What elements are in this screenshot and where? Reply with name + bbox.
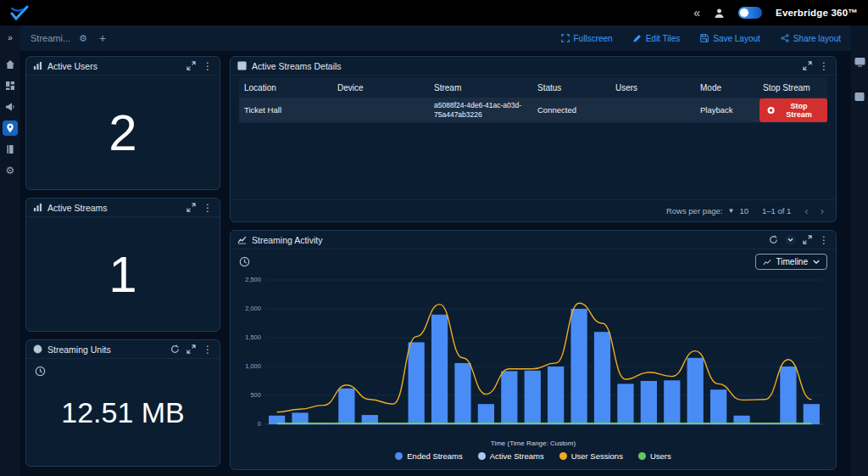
tile-header: Active Streams ⋮ (26, 199, 220, 217)
collapse-icon[interactable]: « (693, 7, 700, 19)
expand-sidebar-icon[interactable]: » (3, 30, 18, 45)
expand-icon[interactable] (803, 235, 812, 244)
table-pagination: Rows per page: ▼ 10 1–1 of 1 ‹ › (231, 199, 836, 221)
bar-chart-icon (33, 203, 42, 212)
sidebar-item-library[interactable] (3, 142, 18, 157)
tile-title: Active Streams (47, 203, 181, 213)
expand-icon[interactable] (803, 61, 812, 70)
legend-label: Users (650, 451, 671, 461)
dashboard-icon (5, 81, 15, 91)
legend-dot (478, 452, 486, 460)
everbridge-logo-icon[interactable] (10, 5, 29, 20)
theme-toggle[interactable] (738, 7, 762, 19)
timeline-select[interactable]: Timeline (755, 254, 827, 270)
rows-per-page-value: 10 (739, 206, 748, 216)
col-status: Status (532, 83, 610, 92)
svg-text:1,500: 1,500 (245, 333, 261, 341)
cell-mode: Playback (695, 105, 758, 115)
clock-icon (33, 344, 42, 354)
legend-dot (395, 452, 403, 460)
rows-per-page-label: Rows per page: (666, 206, 723, 216)
share-layout-button[interactable]: Share layout (781, 34, 841, 43)
edit-tiles-label: Edit Tiles (646, 34, 681, 43)
book-icon (5, 144, 15, 154)
tile-title: Streaming Activity (252, 235, 764, 245)
home-icon (5, 59, 15, 70)
redacted-device-cell (332, 105, 429, 115)
sidebar-item-home[interactable] (3, 57, 18, 72)
kebab-menu-icon[interactable]: ⋮ (819, 235, 829, 245)
save-icon (700, 34, 709, 42)
legend-item-active-streams[interactable]: Active Streams (478, 451, 544, 461)
legend-label: Active Streams (490, 451, 544, 461)
expand-icon[interactable] (186, 203, 196, 212)
save-layout-label: Save Layout (713, 34, 760, 43)
tile-active-streams: Active Streams ⋮ 1 (25, 198, 220, 332)
legend-label: Ended Streams (407, 451, 462, 461)
next-page-icon[interactable]: › (821, 205, 824, 216)
cell-status: Connected (532, 105, 610, 115)
cell-stream: a5088f24-4de6-41ac-a03d-75a447ab3226 (429, 101, 532, 119)
brand-label: Everbridge 360™ (776, 8, 858, 18)
x-axis-label: Time (Time Range: Custom) (231, 440, 836, 447)
location-pin-icon (5, 123, 15, 133)
add-tab-button[interactable]: + (96, 31, 109, 45)
user-icon[interactable] (714, 8, 725, 19)
refresh-icon[interactable] (769, 235, 778, 244)
stop-stream-button[interactable]: Stop Stream (760, 98, 827, 122)
col-device: Device (332, 83, 429, 92)
pencil-icon (633, 34, 642, 42)
kebab-menu-icon[interactable]: ⋮ (203, 344, 213, 355)
tile-streaming-activity: Streaming Activity ⋮ Timeline 05 (230, 230, 837, 470)
legend-label: User Sessions (571, 451, 623, 461)
table-row: Ticket Hall a5088f24-4de6-41ac-a03d-75a4… (239, 98, 827, 123)
stop-icon (767, 106, 775, 115)
clock-icon[interactable] (239, 256, 250, 267)
dashboard-canvas: Active Users ⋮ 2 Active Streams ⋮ 1 (20, 51, 851, 476)
sidebar-item-streams[interactable] (3, 120, 18, 136)
sidebar-item-dashboard[interactable] (3, 78, 18, 93)
legend-dot (559, 452, 567, 460)
svg-text:500: 500 (250, 391, 260, 399)
prev-page-icon[interactable]: ‹ (804, 205, 808, 216)
kebab-menu-icon[interactable]: ⋮ (819, 61, 829, 71)
expand-icon[interactable] (186, 61, 196, 70)
col-mode: Mode (695, 83, 758, 92)
tab-streaming[interactable]: Streami... (31, 33, 70, 43)
stop-stream-label: Stop Stream (778, 102, 820, 119)
kebab-menu-icon[interactable]: ⋮ (203, 61, 213, 71)
edit-tiles-button[interactable]: Edit Tiles (633, 34, 681, 43)
rows-per-page-select[interactable]: Rows per page: ▼ 10 (666, 206, 748, 216)
col-location: Location (239, 83, 332, 92)
legend-item-ended-streams[interactable]: Ended Streams (395, 451, 462, 461)
legend-item-user-sessions[interactable]: User Sessions (559, 451, 623, 461)
grid-icon (237, 61, 247, 70)
tile-title: Streaming Units (47, 344, 165, 355)
bar-chart-icon (33, 61, 42, 70)
timeline-label: Timeline (776, 257, 808, 266)
megaphone-icon (5, 102, 15, 112)
tabs-bar: Streami... ⚙ + Fullscreen Edit Tiles Sav… (20, 25, 851, 51)
save-layout-button[interactable]: Save Layout (700, 34, 760, 43)
svg-text:2,000: 2,000 (245, 305, 261, 312)
refresh-icon[interactable] (170, 344, 180, 354)
fullscreen-button[interactable]: Fullscreen (561, 34, 613, 43)
tile-header: Active Users ⋮ (26, 57, 220, 76)
col-users: Users (610, 83, 695, 92)
panel-window-icon[interactable] (852, 89, 867, 104)
kebab-menu-icon[interactable]: ⋮ (203, 203, 213, 213)
tab-gear-icon[interactable]: ⚙ (79, 33, 87, 44)
sidebar-item-settings[interactable]: ⚙ (3, 163, 18, 178)
streams-table: Location Device Stream Status Users Mode… (239, 77, 827, 123)
panel-dashboards-icon[interactable] (852, 54, 867, 70)
tile-header: Streaming Activity ⋮ (231, 231, 836, 249)
activity-chart: 05001,0001,5002,0002,500 (236, 275, 830, 436)
tile-active-streams-details: Active Streams Details ⋮ Location Device… (230, 56, 837, 222)
expand-icon[interactable] (186, 344, 196, 354)
fullscreen-label: Fullscreen (574, 34, 613, 43)
collapse-circle-icon[interactable] (785, 234, 796, 245)
right-sidebar (851, 25, 868, 476)
sidebar-item-announcements[interactable] (3, 99, 18, 115)
chevron-down-icon (813, 260, 820, 265)
legend-item-users[interactable]: Users (638, 451, 671, 461)
